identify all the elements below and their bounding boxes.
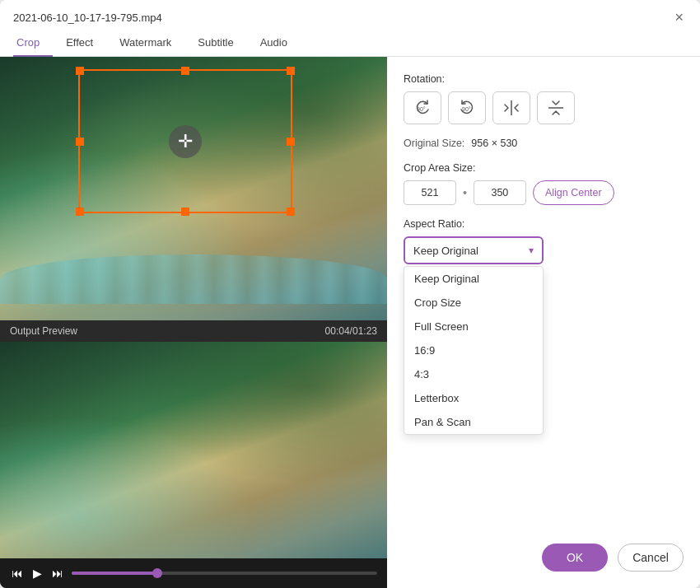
title-bar: 2021-06-10_10-17-19-795.mp4 × [0, 0, 700, 26]
rotate-ccw-button[interactable]: 90° [448, 91, 486, 124]
original-size-row: Original Size: 956 × 530 [404, 138, 684, 149]
crop-handle-tl[interactable] [76, 67, 84, 75]
tab-audio[interactable]: Audio [247, 31, 301, 57]
dropdown-item-4-3[interactable]: 4:3 [404, 362, 543, 386]
tab-crop[interactable]: Crop [13, 31, 53, 57]
crop-overlay[interactable]: ✛ [78, 69, 292, 213]
original-size-value: 956 × 530 [471, 138, 517, 149]
output-preview-video [0, 342, 387, 558]
rotate-cw-button[interactable]: 90° [404, 91, 441, 124]
footer-buttons: OK Cancel [542, 544, 684, 572]
crop-handle-br[interactable] [287, 208, 295, 216]
right-panel: Rotation: 90° 90° [387, 57, 700, 588]
crop-height-input[interactable] [474, 180, 526, 205]
ok-button[interactable]: OK [542, 544, 608, 572]
close-button[interactable]: × [671, 8, 687, 26]
tab-watermark[interactable]: Watermark [106, 31, 184, 57]
dot-separator: • [463, 186, 467, 199]
main-content: ✛ Output Preview 00:04/01:23 ⏮ ▶ ⏭ [0, 57, 700, 588]
tab-subtitle[interactable]: Subtitle [184, 31, 246, 57]
step-back-button[interactable]: ⏮ [10, 565, 25, 581]
left-panel: ✛ Output Preview 00:04/01:23 ⏮ ▶ ⏭ [0, 57, 387, 588]
chevron-down-icon: ▾ [529, 245, 534, 256]
crop-handle-mr[interactable] [287, 138, 295, 146]
aspect-ratio-select[interactable]: Keep Original ▾ [404, 236, 544, 264]
crop-width-input[interactable] [404, 180, 456, 205]
output-preview-header: Output Preview 00:04/01:23 [0, 320, 387, 342]
svg-text:90°: 90° [417, 106, 426, 112]
rotation-label: Rotation: [404, 73, 684, 85]
dropdown-item-full-screen[interactable]: Full Screen [404, 315, 543, 338]
cancel-button[interactable]: Cancel [618, 544, 684, 572]
dropdown-item-crop-size[interactable]: Crop Size [404, 291, 543, 315]
aspect-ratio-dropdown: Keep Original Crop Size Full Screen 16:9… [404, 266, 544, 435]
progress-fill [72, 572, 157, 575]
tab-bar: Crop Effect Watermark Subtitle Audio [0, 26, 700, 57]
crop-handle-tm[interactable] [181, 67, 189, 75]
rotation-section: Rotation: 90° 90° [404, 73, 684, 124]
video-preview-area: ✛ [0, 57, 387, 320]
timestamp: 00:04/01:23 [325, 325, 377, 337]
align-center-button[interactable]: Align Center [533, 180, 614, 205]
dropdown-item-16-9[interactable]: 16:9 [404, 338, 543, 362]
crop-handle-bl[interactable] [76, 208, 84, 216]
flip-horizontal-button[interactable] [492, 91, 530, 124]
aspect-ratio-label: Aspect Ratio: [404, 218, 684, 230]
original-size-label: Original Size: [404, 138, 464, 149]
move-icon: ✛ [169, 125, 202, 158]
crop-handle-ml[interactable] [76, 138, 84, 146]
tab-effect[interactable]: Effect [53, 31, 106, 57]
main-dialog: 2021-06-10_10-17-19-795.mp4 × Crop Effec… [0, 0, 700, 588]
aspect-ratio-section: Aspect Ratio: Keep Original ▾ Keep Origi… [404, 218, 684, 264]
crop-area-label: Crop Area Size: [404, 162, 684, 174]
step-forward-button[interactable]: ⏭ [50, 565, 65, 581]
output-preview-label: Output Preview [10, 325, 77, 337]
window-title: 2021-06-10_10-17-19-795.mp4 [13, 12, 162, 24]
playback-bar: ⏮ ▶ ⏭ [0, 558, 387, 588]
rotation-buttons: 90° 90° [404, 91, 684, 124]
dropdown-item-pan-scan[interactable]: Pan & Scan [404, 410, 543, 434]
progress-bar[interactable] [72, 572, 377, 575]
play-button[interactable]: ▶ [31, 565, 44, 581]
crop-handle-tr[interactable] [287, 67, 295, 75]
flip-vertical-button[interactable] [537, 91, 575, 124]
aspect-ratio-selected-label: Keep Original [413, 245, 478, 257]
crop-area-section: Crop Area Size: • Align Center [404, 162, 684, 205]
dropdown-item-letterbox[interactable]: Letterbox [404, 386, 543, 410]
svg-text:90°: 90° [462, 106, 471, 112]
progress-thumb [152, 568, 162, 578]
dropdown-item-keep-original[interactable]: Keep Original [404, 267, 543, 291]
video-background: ✛ [0, 57, 387, 320]
crop-area-row: • Align Center [404, 180, 684, 205]
crop-handle-bm[interactable] [181, 208, 189, 216]
